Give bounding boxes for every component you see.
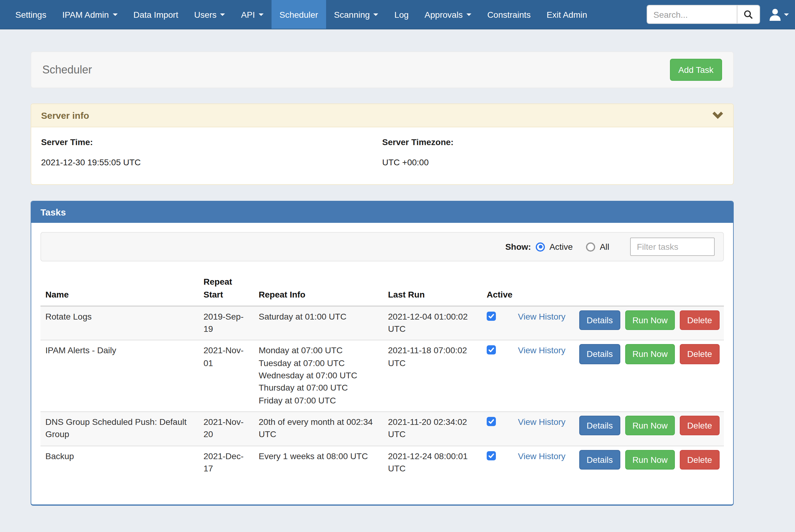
nav-item-constraints[interactable]: Constraints [479,0,539,29]
nav-item-label: Settings [15,10,46,19]
nav-item-label: Log [394,10,409,19]
nav-item-approvals[interactable]: Approvals [416,0,479,29]
nav-item-label: Data Import [133,10,178,19]
active-checkbox[interactable] [487,311,496,321]
table-row: Rotate Logs 2019-Sep-19 Saturday at 01:0… [40,306,724,340]
view-history-link[interactable]: View History [518,417,565,427]
caret-down-icon [467,13,471,16]
caret-down-icon [220,13,225,16]
page: Settings IPAM Admin Data Import Users AP… [0,0,795,532]
run-now-button[interactable]: Run Now [625,344,675,364]
delete-button[interactable]: Delete [680,344,719,364]
search-input[interactable] [647,5,737,23]
server-info-body: Server Time: 2021-12-30 19:55:05 UTC Ser… [31,128,733,185]
check-icon [488,313,495,320]
column-header-repeat-info: Repeat Info [254,271,383,306]
delete-button[interactable]: Delete [680,450,719,470]
tasks-panel-body: Show: Active All Name Repeat [31,223,733,505]
server-info-header[interactable]: Server info [31,104,733,128]
task-repeat-start: 2021-Nov-20 [199,412,254,446]
task-last-run: 2021-11-18 07:00:02 UTC [383,340,482,412]
active-checkbox[interactable] [487,451,496,460]
check-icon [488,452,495,459]
nav-item-ipam-admin[interactable]: IPAM Admin [54,0,125,29]
search-group [647,5,760,24]
delete-button[interactable]: Delete [680,310,719,330]
nav-item-label: Scanning [334,10,370,19]
run-now-button[interactable]: Run Now [625,310,675,330]
nav-item-scheduler[interactable]: Scheduler [272,0,326,29]
show-all-label[interactable]: All [600,242,609,252]
navbar-right [647,0,789,29]
chevron-down-icon[interactable] [712,111,723,120]
tasks-panel: Tasks Show: Active All [31,201,734,506]
top-navbar: Settings IPAM Admin Data Import Users AP… [0,0,795,30]
nav-item-users[interactable]: Users [186,0,233,29]
nav-items: Settings IPAM Admin Data Import Users AP… [7,0,595,29]
server-info-panel: Server info Server Time: 2021-12-30 19:5… [31,104,734,185]
show-all-radio[interactable] [586,243,595,252]
user-menu[interactable] [769,8,789,21]
show-active-label[interactable]: Active [549,242,573,252]
column-header-history [513,271,574,306]
column-header-repeat-start: Repeat Start [199,271,254,306]
details-button[interactable]: Details [579,344,620,364]
nav-item-data-import[interactable]: Data Import [125,0,186,29]
task-last-run: 2021-12-24 08:00:01 UTC [383,446,482,479]
delete-button[interactable]: Delete [680,416,719,436]
filter-tasks-input[interactable] [630,238,715,256]
search-icon [743,10,753,19]
nav-item-label: Approvals [424,10,463,19]
details-button[interactable]: Details [579,310,620,330]
details-button[interactable]: Details [579,416,620,436]
task-repeat-start: 2021-Nov-01 [199,340,254,412]
active-checkbox[interactable] [487,417,496,426]
run-now-button[interactable]: Run Now [625,416,675,436]
page-title: Scheduler [42,63,92,76]
search-button[interactable] [737,5,759,23]
tasks-filter-bar: Show: Active All [40,232,724,262]
server-time-value: 2021-12-30 19:55:05 UTC [41,158,382,167]
check-icon [488,347,495,354]
nav-item-label: Constraints [487,10,531,19]
task-name: Backup [40,446,199,479]
server-info-title: Server info [41,111,89,121]
tasks-table: Name Repeat Start Repeat Info Last Run A… [40,271,724,480]
column-header-name: Name [40,271,199,306]
nav-item-exit-admin[interactable]: Exit Admin [539,0,595,29]
column-header-actions [574,271,724,306]
nav-item-scanning[interactable]: Scanning [326,0,386,29]
caret-down-icon [784,13,789,16]
nav-item-label: Scheduler [279,10,318,19]
table-row: DNS Group Scheduled Push: Default Group … [40,412,724,446]
task-name: DNS Group Scheduled Push: Default Group [40,412,199,446]
details-button[interactable]: Details [579,450,620,470]
nav-item-api[interactable]: API [233,0,272,29]
column-header-last-run: Last Run [383,271,482,306]
run-now-button[interactable]: Run Now [625,450,675,470]
task-repeat-start: 2019-Sep-19 [199,306,254,340]
check-icon [488,418,495,425]
nav-item-log[interactable]: Log [386,0,417,29]
view-history-link[interactable]: View History [518,346,565,355]
table-header-row: Name Repeat Start Repeat Info Last Run A… [40,271,724,306]
table-row: Backup 2021-Dec-17 Every 1 weeks at 08:0… [40,446,724,479]
nav-item-label: Users [194,10,216,19]
active-checkbox[interactable] [487,346,496,355]
server-timezone-value: UTC +00:00 [382,158,723,167]
task-repeat-start: 2021-Dec-17 [199,446,254,479]
page-header: Scheduler Add Task [31,52,734,89]
server-time-block: Server Time: 2021-12-30 19:55:05 UTC [41,137,382,167]
task-last-run: 2021-12-04 01:00:02 UTC [383,306,482,340]
task-name: IPAM Alerts - Daily [40,340,199,412]
table-row: IPAM Alerts - Daily 2021-Nov-01 Monday a… [40,340,724,412]
show-active-radio[interactable] [536,243,545,252]
view-history-link[interactable]: View History [518,311,565,321]
task-name: Rotate Logs [40,306,199,340]
nav-item-settings[interactable]: Settings [7,0,54,29]
task-repeat-info: Monday at 07:00 UTC Tuesday at 07:00 UTC… [254,340,383,412]
caret-down-icon [112,13,118,16]
view-history-link[interactable]: View History [518,451,565,461]
task-repeat-info: 20th of every month at 002:34 UTC [254,412,383,446]
add-task-button[interactable]: Add Task [670,59,722,81]
